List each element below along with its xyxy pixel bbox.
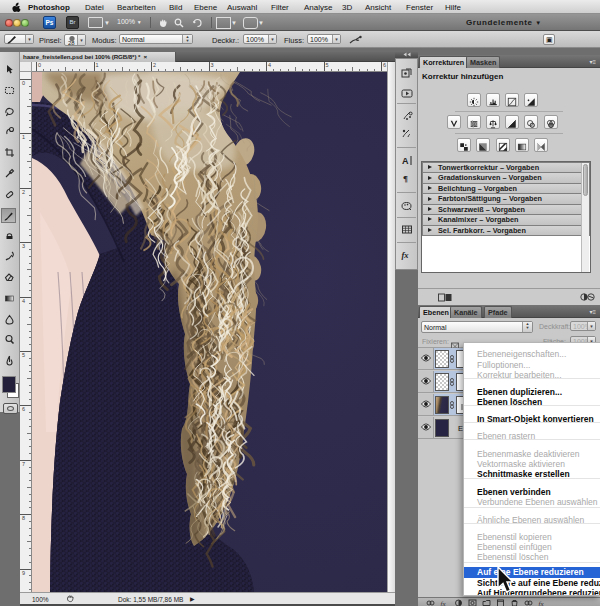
svg-text:fx: fx (441, 600, 447, 606)
svg-text:A: A (402, 156, 409, 166)
svg-text:fx: fx (402, 250, 410, 260)
svg-text:¶: ¶ (403, 174, 408, 184)
svg-text:fx: fx (539, 600, 545, 606)
